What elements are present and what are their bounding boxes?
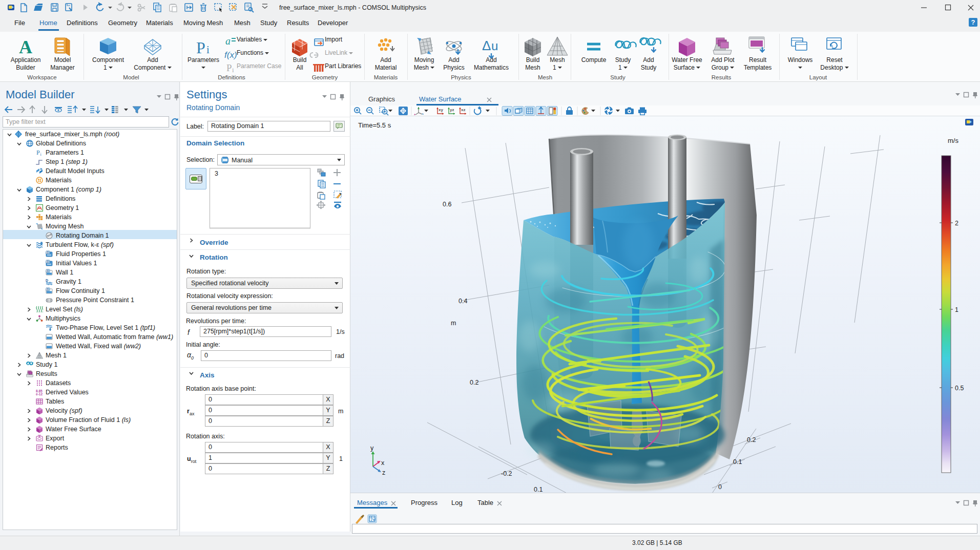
svg-text:i: i: [232, 66, 234, 74]
svg-text:m/s: m/s: [948, 137, 958, 144]
svg-text:1: 1: [955, 306, 958, 313]
svg-text:Δ: Δ: [482, 38, 491, 53]
svg-text:0.2: 0.2: [747, 436, 756, 443]
svg-text:0.4: 0.4: [458, 298, 467, 305]
svg-text:x: x: [381, 459, 385, 467]
svg-text:i: i: [206, 44, 210, 56]
svg-text:A: A: [19, 37, 32, 57]
svg-text:m: m: [451, 320, 456, 327]
svg-text:0.2: 0.2: [470, 379, 478, 386]
svg-text:0.1: 0.1: [733, 458, 742, 466]
svg-text:0.6: 0.6: [443, 201, 451, 208]
svg-text:u: u: [491, 39, 498, 53]
svg-text:free_surface_mixer_ls.mph - CO: free_surface_mixer_ls.mph - COMSOL Multi…: [279, 4, 426, 11]
svg-text:a: a: [225, 35, 231, 47]
svg-text:yz: yz: [450, 108, 454, 112]
svg-text:-0.2: -0.2: [501, 470, 512, 477]
svg-text:xz: xz: [461, 108, 465, 112]
svg-text:f(x): f(x): [224, 50, 237, 60]
svg-text:2: 2: [955, 220, 958, 227]
svg-text:0.5: 0.5: [955, 385, 964, 392]
svg-text:P: P: [196, 38, 205, 57]
svg-text:Time=5.5 s: Time=5.5 s: [358, 121, 391, 129]
svg-text:xy: xy: [439, 108, 443, 112]
svg-text:P: P: [226, 62, 232, 73]
svg-text:z: z: [382, 469, 385, 476]
svg-text:0: 0: [718, 483, 722, 491]
svg-text:0.1: 0.1: [534, 486, 543, 493]
svg-text:y: y: [370, 445, 374, 452]
